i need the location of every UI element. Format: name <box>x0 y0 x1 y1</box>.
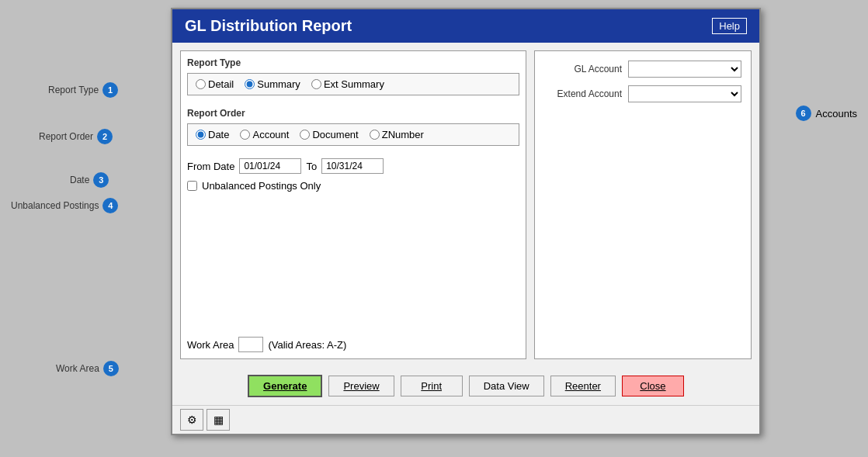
dialog-header: GL Distribution Report Help <box>172 9 759 43</box>
unbalanced-postings-label: Unbalanced Postings Only <box>202 180 321 192</box>
annotation-unbalanced: Unbalanced Postings 4 <box>11 198 118 213</box>
radio-summary[interactable]: Summary <box>245 78 300 90</box>
right-panel: GL Account Extend Account <box>534 50 752 359</box>
radio-detail-input[interactable] <box>196 79 206 89</box>
radio-document-label: Document <box>312 129 358 140</box>
unbalanced-postings-row: Unbalanced Postings Only <box>187 180 519 192</box>
generate-button[interactable]: Generate <box>248 375 322 397</box>
extend-account-row: Extend Account <box>544 85 741 102</box>
dialog-title: GL Distribution Report <box>185 17 352 35</box>
report-order-label: Report Order <box>187 108 519 119</box>
annotation-report-type: Report Type 1 <box>48 82 118 98</box>
to-label: To <box>306 161 317 172</box>
report-order-section: Date Account Document <box>187 123 519 146</box>
radio-summary-label: Summary <box>257 78 300 90</box>
radio-account-input[interactable] <box>240 130 250 140</box>
annotation-badge-5: 5 <box>103 361 119 376</box>
date-row: From Date To <box>187 158 519 174</box>
extend-account-select[interactable] <box>628 85 741 102</box>
dialog-footer: Generate Preview Print Data View Reenter… <box>172 367 759 405</box>
gl-account-label: GL Account <box>544 64 622 74</box>
annotation-accounts: 6 Accounts <box>796 106 857 121</box>
annotation-work-area-label: Work Area <box>56 363 99 374</box>
radio-document[interactable]: Document <box>300 129 358 140</box>
work-area-row: Work Area (Valid Areas: A-Z) <box>187 331 519 352</box>
dialog-body: Report Type Detail Summary <box>172 43 759 367</box>
help-button[interactable]: Help <box>712 18 747 34</box>
radio-document-input[interactable] <box>300 130 310 140</box>
report-type-radio-group: Detail Summary Ext Summary <box>196 78 511 90</box>
radio-account-label: Account <box>252 129 289 140</box>
settings-icon-button[interactable]: ⚙ <box>180 409 203 431</box>
radio-znumber[interactable]: ZNumber <box>370 129 424 140</box>
preview-button[interactable]: Preview <box>328 376 394 396</box>
radio-date-label: Date <box>208 129 229 140</box>
annotation-unbalanced-label: Unbalanced Postings <box>11 200 99 211</box>
radio-ext-summary[interactable]: Ext Summary <box>311 78 384 90</box>
annotation-report-type-label: Report Type <box>48 85 99 95</box>
reenter-button[interactable]: Reenter <box>550 376 616 396</box>
report-order-radio-group: Date Account Document <box>196 129 511 140</box>
unbalanced-postings-checkbox[interactable] <box>187 181 197 191</box>
annotation-report-order-label: Report Order <box>39 131 93 142</box>
annotation-date: Date 3 <box>70 172 109 188</box>
annotation-badge-4: 4 <box>102 198 118 213</box>
radio-detail-label: Detail <box>208 78 234 90</box>
annotation-badge-1: 1 <box>102 82 118 98</box>
annotation-report-order: Report Order 2 <box>39 129 113 144</box>
annotation-accounts-label: Accounts <box>816 108 857 119</box>
annotation-badge-6: 6 <box>796 106 811 121</box>
dialog: GL Distribution Report Help Report Type <box>171 8 761 435</box>
annotation-date-label: Date <box>70 175 89 185</box>
radio-date-input[interactable] <box>196 130 206 140</box>
radio-detail[interactable]: Detail <box>196 78 234 90</box>
extend-account-label: Extend Account <box>544 88 622 99</box>
radio-znumber-input[interactable] <box>370 130 380 140</box>
radio-znumber-label: ZNumber <box>382 129 424 140</box>
work-area-hint: (Valid Areas: A-Z) <box>268 339 346 351</box>
gl-account-row: GL Account <box>544 61 741 78</box>
to-date-input[interactable] <box>321 158 384 174</box>
radio-summary-input[interactable] <box>245 79 255 89</box>
work-area-label: Work Area <box>187 339 234 351</box>
radio-ext-summary-input[interactable] <box>311 79 321 89</box>
report-type-section: Detail Summary Ext Summary <box>187 73 519 95</box>
annotation-badge-3: 3 <box>93 172 109 188</box>
bottom-icon-bar: ⚙ ▦ <box>172 405 759 434</box>
close-button[interactable]: Close <box>622 376 684 396</box>
radio-ext-summary-label: Ext Summary <box>324 78 384 90</box>
from-date-input[interactable] <box>239 158 301 174</box>
left-panel: Report Type Detail Summary <box>180 50 526 359</box>
annotation-work-area: Work Area 5 <box>56 361 119 376</box>
report-type-label: Report Type <box>187 57 519 68</box>
columns-icon-button[interactable]: ▦ <box>207 409 230 431</box>
radio-account[interactable]: Account <box>240 129 289 140</box>
from-date-label: From Date <box>187 161 234 172</box>
data-view-button[interactable]: Data View <box>469 376 544 396</box>
print-button[interactable]: Print <box>401 376 463 396</box>
work-area-input[interactable] <box>238 337 263 352</box>
annotation-badge-2: 2 <box>97 129 113 144</box>
radio-date[interactable]: Date <box>196 129 229 140</box>
gl-account-select[interactable] <box>628 61 741 78</box>
